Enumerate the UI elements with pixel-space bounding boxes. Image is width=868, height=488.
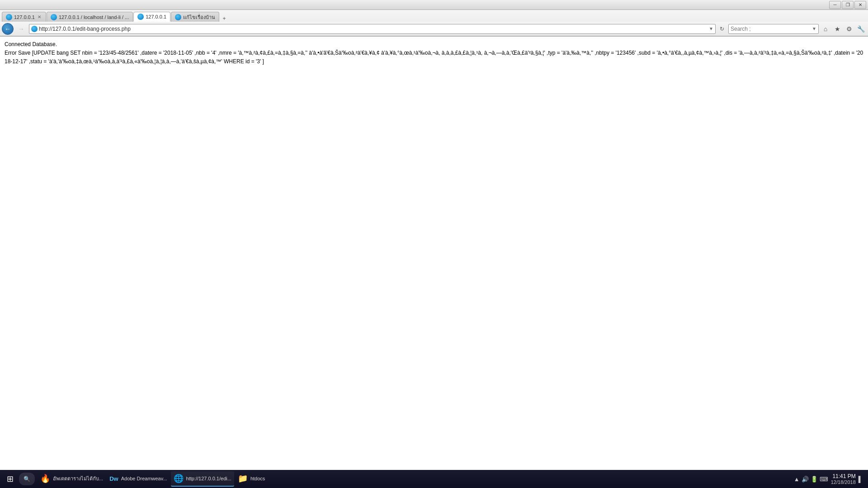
window-titlebar: ─ ❐ ✕ (0, 0, 868, 10)
address-input[interactable] (39, 26, 708, 32)
tab-3[interactable]: 127.0.0.1 (133, 12, 170, 22)
tab-label-2: 127.0.0.1 / localhost / land-li / ... (59, 14, 129, 20)
tab-4[interactable]: แก้ไขเรื่องบ้าน (171, 12, 219, 22)
tab-1[interactable]: 127.0.0.1 ✕ (2, 12, 46, 22)
tab-favicon-1 (6, 14, 12, 20)
tab-label-4: แก้ไขเรื่องบ้าน (183, 13, 215, 21)
back-button[interactable]: ← (2, 23, 14, 35)
refresh-button[interactable]: ↻ (717, 24, 727, 34)
toolbar-icons: ⌂ ★ ⚙ 🔧 (820, 23, 866, 34)
tools-button[interactable]: 🔧 (855, 23, 866, 34)
tab-favicon-2 (51, 14, 57, 20)
forward-button[interactable]: → (15, 23, 28, 35)
page-line1: Connected Database. (5, 40, 863, 49)
window-controls: ─ ❐ ✕ (829, 1, 866, 9)
search-go-button[interactable]: ▼ (812, 26, 816, 31)
tab-label-1: 127.0.0.1 (14, 14, 35, 20)
tab-2[interactable]: 127.0.0.1 / localhost / land-li / ... (47, 12, 133, 22)
address-bar[interactable]: ▼ (29, 24, 716, 34)
home-button[interactable]: ⌂ (820, 23, 831, 34)
tab-label-3: 127.0.0.1 (146, 14, 166, 19)
taskbar: ⊞ 🔍 🔥 อัพเดตตารางไม่ได้กับ... Dw Adobe D… (0, 470, 868, 470)
search-input[interactable] (731, 26, 811, 32)
new-tab-button[interactable]: + (220, 15, 229, 22)
address-dropdown-arrow[interactable]: ▼ (709, 26, 713, 31)
minimize-button[interactable]: ─ (829, 1, 841, 9)
search-bar[interactable]: ▼ (728, 24, 819, 34)
settings-button[interactable]: ⚙ (844, 23, 854, 34)
tab-favicon-4 (175, 14, 181, 20)
tab-favicon-3 (137, 14, 144, 20)
restore-button[interactable]: ❐ (842, 1, 854, 9)
tab-close-1[interactable]: ✕ (37, 14, 42, 19)
address-favicon (31, 26, 38, 32)
browser-toolbar: 127.0.0.1 ✕ 127.0.0.1 / localhost / land… (0, 10, 868, 37)
close-button[interactable]: ✕ (854, 1, 866, 9)
page-line2: Error Save [UPDATE bang SET nbin = '123/… (5, 49, 863, 66)
nav-bar: ← → ▼ ↻ ▼ ⌂ ★ ⚙ 🔧 (0, 22, 868, 36)
favorites-button[interactable]: ★ (832, 23, 843, 34)
tabs-row: 127.0.0.1 ✕ 127.0.0.1 / localhost / land… (0, 10, 868, 22)
page-content: Connected Database. Error Save [UPDATE b… (0, 37, 868, 470)
